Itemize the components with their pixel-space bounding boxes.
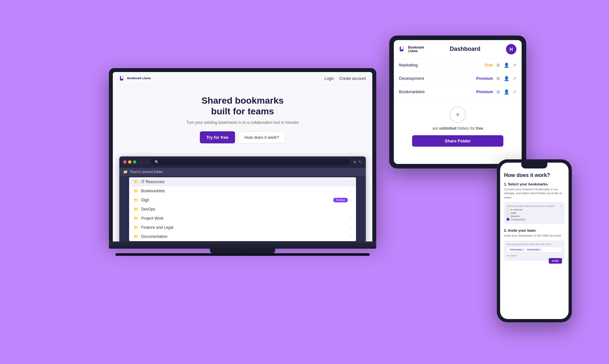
how-does-it-work-button[interactable]: How does it work?	[238, 131, 285, 143]
folder-icon-sm: 📁	[134, 189, 139, 193]
tablet-logo-text: BookmarkLlama	[408, 46, 424, 53]
bookmark-llama-logo-icon	[119, 75, 126, 82]
finance-label: Finance and Legal	[141, 225, 173, 230]
folder-icon-sm: 📁	[134, 216, 139, 221]
step2-mockup: Who would you like to share the folder w…	[504, 240, 565, 261]
checkbox-4[interactable]	[507, 218, 509, 221]
unlimited-text: are unlimited folders for free	[432, 126, 483, 131]
step1-description: Connect your browser's bookmarks in our …	[504, 187, 565, 200]
laptop-logo-text: Bookmark Llama	[127, 77, 151, 80]
devops-label: DevOps	[141, 207, 155, 211]
people-icon[interactable]: 👤	[504, 89, 509, 95]
tablet-dashboard-title: Dashboard	[450, 46, 480, 52]
external-link-icon[interactable]: ↗	[512, 76, 516, 81]
folder-icon-sm: 📁	[134, 198, 139, 202]
premium-badge: Premium	[476, 76, 493, 81]
hero-buttons: Try for free How does it work?	[119, 131, 366, 143]
checkbox-2[interactable]	[507, 211, 509, 214]
project-work-label: Project Work	[141, 216, 163, 221]
add-folder-circle[interactable]: +	[450, 107, 466, 123]
laptop-device: Bookmark Llama Login Create account Shar…	[109, 68, 376, 256]
add-folder-area: + are unlimited folders for free Share F…	[394, 99, 522, 151]
checkbox-1[interactable]	[507, 208, 509, 211]
folder-icon: 📁	[123, 170, 128, 174]
row-action-icons: ⚙ 👤 ↗	[496, 63, 516, 68]
share-folder-button[interactable]: Share Folder	[412, 135, 503, 147]
invite-label: Who would you like to share the folder w…	[507, 243, 562, 245]
invite-button[interactable]: Invite	[549, 258, 562, 264]
phone-notch	[521, 163, 547, 168]
dropdown-item-bookmarklets[interactable]: 📁 Bookmarklets ›	[129, 186, 356, 196]
dropdown-item-digit[interactable]: 📁 Digit Robbie ›	[129, 196, 356, 205]
hero-subtext: Turn your existing bookmarks in to a col…	[119, 120, 366, 125]
invite-email-input[interactable]: teammate@c... teammate@c...	[507, 247, 562, 253]
laptop-logo: Bookmark Llama	[119, 75, 151, 82]
minimize-dot	[128, 160, 131, 164]
tablet-device: BookmarkLlama Dashboard H Marketing Free…	[389, 36, 526, 168]
gear-icon[interactable]: ⚙	[496, 89, 500, 95]
folder-icon-sm: 📁	[134, 207, 139, 211]
checkbox-label-3: twitterlist	[511, 215, 519, 217]
phone-title: How does it work?	[504, 172, 565, 178]
tablet-row-right: Premium ⚙ 👤 ↗	[476, 76, 516, 81]
chevron-right-icon: ›	[350, 226, 351, 229]
folder-icon-sm: 📁	[134, 234, 139, 239]
forward-icon: →	[145, 160, 149, 164]
bookmarklets-label: Bookmarklets	[141, 189, 165, 193]
dropdown-item-it-resources[interactable]: 📁 IT Resources ›	[129, 177, 356, 186]
phone-device: How does it work? 1. Select your bookmar…	[497, 159, 572, 322]
documentation-label: Documentation	[141, 234, 168, 239]
people-icon[interactable]: 👤	[504, 76, 509, 81]
folder-bar: 📁 Team's shared folder	[119, 168, 366, 176]
role-select: ▼ Viewer	[507, 255, 562, 257]
login-link[interactable]: Login	[324, 76, 334, 81]
email-chip-1: teammate@c...	[509, 248, 525, 251]
chevron-right-icon: ›	[350, 180, 351, 183]
robbie-tag: Robbie	[333, 198, 348, 202]
try-for-free-button[interactable]: Try for free	[200, 131, 235, 143]
checkbox-3[interactable]	[507, 215, 509, 217]
tablet-row-right: Premium ⚙ 👤 ↗	[476, 89, 516, 95]
hero-section: Shared bookmarks built for teams Turn yo…	[113, 85, 372, 156]
checkbox-row-1: E-media list	[507, 208, 562, 211]
create-account-link[interactable]: Create account	[339, 76, 366, 81]
close-dot	[123, 160, 126, 164]
checkbox-row-2: twitter	[507, 211, 562, 214]
step2-description: Invite your teammates to the folder by e…	[504, 234, 565, 238]
browser-bar: ← → 🔍 ★ ↻	[119, 156, 366, 168]
external-link-icon[interactable]: ↗	[512, 89, 516, 95]
star-icon: ★	[353, 160, 357, 164]
user-avatar[interactable]: H	[506, 44, 516, 54]
browser-action-icons: ★ ↻	[353, 160, 362, 164]
dropdown-item-project-work[interactable]: 📁 Project Work ›	[129, 214, 356, 223]
dropdown-item-documentation[interactable]: 📁 Documentation ›	[129, 232, 356, 241]
checkbox-label-4: CompanyDash	[511, 218, 526, 221]
dropdown-item-finance[interactable]: 📁 Finance and Legal ›	[129, 223, 356, 232]
back-icon: ←	[139, 160, 143, 164]
phone-step-2: 2. Invite your team. Invite your teammat…	[504, 228, 565, 261]
chevron-right-icon: ›	[350, 189, 351, 193]
plus-icon: +	[455, 110, 460, 119]
refresh-icon: ↻	[359, 160, 362, 164]
external-link-icon[interactable]: ↗	[512, 63, 516, 68]
browser-address-bar[interactable]: 🔍	[151, 159, 350, 165]
step1-title: 1. Select your bookmarks.	[504, 182, 565, 186]
dropdown-item-devops[interactable]: 📁 DevOps	[129, 205, 356, 214]
phone-step-1: 1. Select your bookmarks. Connect your b…	[504, 182, 565, 224]
checkbox-label-1: E-media list	[511, 209, 523, 211]
tablet-logo: BookmarkLlama	[399, 46, 424, 53]
chevron-right-icon: ›	[350, 216, 351, 220]
browser-mockup: ← → 🔍 ★ ↻ 📁 Team's shared fold	[119, 156, 366, 241]
row-action-icons: ⚙ 👤 ↗	[496, 89, 516, 95]
step1-mock-label: Which bookmark folder would you like to …	[507, 205, 555, 207]
tablet-header: BookmarkLlama Dashboard H	[394, 40, 522, 59]
step1-check-icon: ✓	[560, 205, 562, 207]
chevron-right-icon: ›	[350, 198, 351, 202]
chevron-right-icon: ›	[350, 235, 351, 238]
gear-icon[interactable]: ⚙	[496, 76, 500, 81]
people-icon[interactable]: 👤	[504, 63, 509, 68]
laptop-nav-links: Login Create account	[324, 76, 366, 81]
tablet-row-marketing: Marketing Free ⚙ 👤 ↗	[394, 59, 522, 72]
gear-icon[interactable]: ⚙	[496, 63, 500, 68]
checkbox-row-4: CompanyDash	[507, 218, 562, 221]
